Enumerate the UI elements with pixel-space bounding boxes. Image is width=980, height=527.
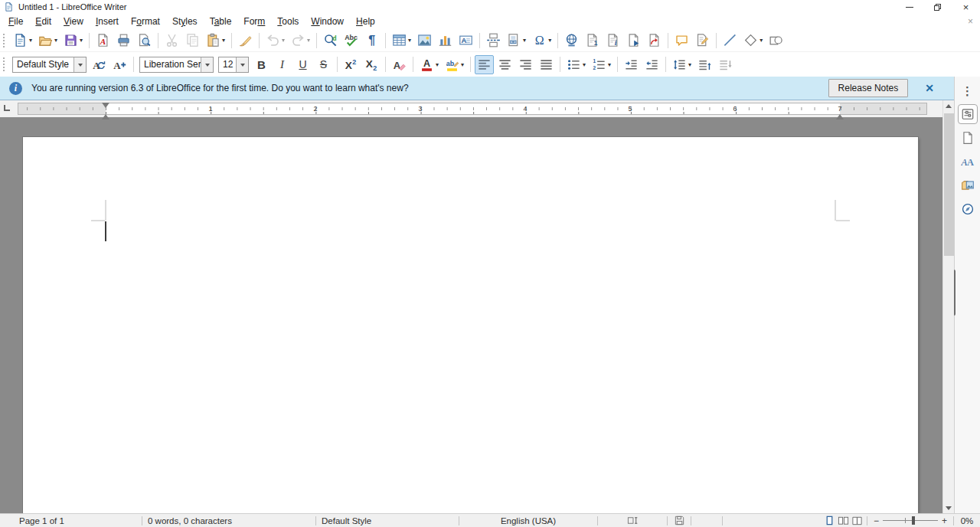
page-number-field[interactable]: Page 1 of 1 xyxy=(0,514,142,527)
tab-stop-selector[interactable] xyxy=(4,105,10,111)
show-draw-functions-button[interactable] xyxy=(766,31,786,50)
save-button[interactable]: ▾ xyxy=(61,31,85,50)
minimize-button[interactable] xyxy=(895,0,923,14)
redo-dropdown-arrow[interactable]: ▾ xyxy=(307,37,310,44)
subscript-button[interactable] xyxy=(362,55,381,74)
menu-edit[interactable]: Edit xyxy=(29,15,57,28)
close-button[interactable]: × xyxy=(952,0,980,14)
scroll-down-button[interactable] xyxy=(943,502,954,514)
highlighting-color-button[interactable]: ▾ xyxy=(443,55,466,74)
ordered-list-dropdown-arrow[interactable]: ▾ xyxy=(608,61,611,68)
insert-table-button[interactable]: ▾ xyxy=(390,31,413,50)
font-color-button[interactable]: ▾ xyxy=(417,55,441,74)
basic-shapes-button[interactable]: ▾ xyxy=(741,31,765,50)
page-deck-button[interactable] xyxy=(958,128,978,148)
export-as-pdf-button[interactable] xyxy=(93,31,113,50)
close-document-icon[interactable]: × xyxy=(968,17,973,26)
bold-button[interactable]: B xyxy=(252,55,271,74)
insert-table-dropdown-arrow[interactable]: ▾ xyxy=(408,37,411,44)
basic-shapes-dropdown-arrow[interactable]: ▾ xyxy=(760,37,763,44)
print-preview-button[interactable] xyxy=(135,31,154,50)
menu-window[interactable]: Window xyxy=(305,15,350,28)
increase-indent-button[interactable] xyxy=(622,55,641,74)
line-spacing-button[interactable]: ▾ xyxy=(670,55,694,74)
restore-button[interactable] xyxy=(923,0,952,14)
decrease-indent-button[interactable] xyxy=(642,55,662,74)
release-notes-button[interactable]: Release Notes xyxy=(828,79,909,97)
toolbar-grip[interactable] xyxy=(2,33,6,48)
properties-deck-button[interactable] xyxy=(958,104,978,124)
increase-paragraph-spacing-button[interactable] xyxy=(695,55,714,74)
new-document-button[interactable]: ▾ xyxy=(11,31,34,50)
scroll-up-button[interactable] xyxy=(943,100,954,112)
align-left-button[interactable] xyxy=(475,55,494,74)
italic-button[interactable]: I xyxy=(273,55,292,74)
selection-mode-field[interactable] xyxy=(598,514,667,527)
justify-button[interactable] xyxy=(537,55,556,74)
insert-line-button[interactable] xyxy=(720,31,740,50)
menu-table[interactable]: Table xyxy=(204,15,238,28)
menu-file[interactable]: File xyxy=(2,15,29,28)
document-page[interactable] xyxy=(23,137,918,514)
insert-special-character-dropdown-arrow[interactable]: ▾ xyxy=(548,37,551,44)
open-file-dropdown-arrow[interactable]: ▾ xyxy=(54,37,57,44)
strikethrough-button[interactable]: S xyxy=(314,55,333,74)
paste-button[interactable]: ▾ xyxy=(204,31,227,50)
font-name-dropdown-button[interactable] xyxy=(201,57,213,72)
insert-image-button[interactable] xyxy=(415,31,434,50)
navigator-deck-button[interactable] xyxy=(958,199,978,219)
paragraph-style-dropdown-button[interactable] xyxy=(74,57,86,72)
word-count-field[interactable]: 0 words, 0 characters xyxy=(142,514,315,527)
align-center-button[interactable] xyxy=(495,55,514,74)
insert-footnote-button[interactable] xyxy=(583,31,602,50)
clear-formatting-button[interactable] xyxy=(390,55,409,74)
zoom-level-field[interactable]: 0% xyxy=(954,514,980,527)
view-multiple-pages-button[interactable] xyxy=(838,515,849,526)
unordered-list-button[interactable]: ▾ xyxy=(564,55,588,74)
page-style-field[interactable]: Default Style xyxy=(316,514,459,527)
view-book-button[interactable] xyxy=(851,515,863,526)
toolbar-grip[interactable] xyxy=(2,57,6,72)
menu-styles[interactable]: Styles xyxy=(166,15,204,28)
insert-page-break-button[interactable] xyxy=(484,31,503,50)
align-right-button[interactable] xyxy=(516,55,535,74)
formatting-marks-button[interactable]: ¶ xyxy=(362,31,381,50)
insert-chart-button[interactable] xyxy=(436,31,455,50)
highlighting-color-dropdown-arrow[interactable]: ▾ xyxy=(461,61,464,68)
zoom-slider-track[interactable] xyxy=(883,516,938,525)
insert-comment-button[interactable] xyxy=(672,31,691,50)
new-style-button[interactable] xyxy=(110,55,129,74)
insert-hyperlink-button[interactable] xyxy=(562,31,581,50)
update-style-button[interactable] xyxy=(90,55,109,74)
menu-help[interactable]: Help xyxy=(350,15,381,28)
insert-cross-reference-button[interactable] xyxy=(645,31,664,50)
superscript-button[interactable] xyxy=(341,55,361,74)
insert-endnote-button[interactable] xyxy=(603,31,622,50)
spelling-check-button[interactable] xyxy=(341,31,361,50)
underline-button[interactable]: U xyxy=(293,55,312,74)
language-field[interactable]: English (USA) xyxy=(459,514,597,527)
menu-insert[interactable]: Insert xyxy=(90,15,125,28)
find-and-replace-button[interactable] xyxy=(321,31,340,50)
infobar-close-icon[interactable]: ✕ xyxy=(925,83,934,93)
line-spacing-dropdown-arrow[interactable]: ▾ xyxy=(688,61,691,68)
paste-dropdown-arrow[interactable]: ▾ xyxy=(222,37,225,44)
zoom-slider-thumb[interactable] xyxy=(912,516,915,525)
ordered-list-button[interactable]: ▾ xyxy=(590,55,613,74)
clone-formatting-button[interactable] xyxy=(236,31,255,50)
ruler[interactable]: 1234567 xyxy=(18,103,927,115)
zoom-slider[interactable]: − + xyxy=(867,514,953,527)
insert-special-character-button[interactable]: Ω▾ xyxy=(530,31,554,50)
font-name-combobox[interactable]: Liberation Serif xyxy=(139,57,214,73)
undo-dropdown-arrow[interactable]: ▾ xyxy=(282,37,285,44)
font-size-dropdown-button[interactable] xyxy=(236,57,248,72)
font-color-dropdown-arrow[interactable]: ▾ xyxy=(436,61,439,68)
print-button[interactable] xyxy=(114,31,133,50)
zoom-out-icon[interactable]: − xyxy=(874,516,879,525)
menu-format[interactable]: Format xyxy=(125,15,166,28)
menu-tools[interactable]: Tools xyxy=(271,15,305,28)
gallery-deck-button[interactable] xyxy=(958,175,978,195)
insert-text-box-button[interactable] xyxy=(456,31,475,50)
paragraph-style-combobox[interactable]: Default Style xyxy=(12,57,87,73)
font-size-combobox[interactable]: 12 xyxy=(218,57,249,73)
